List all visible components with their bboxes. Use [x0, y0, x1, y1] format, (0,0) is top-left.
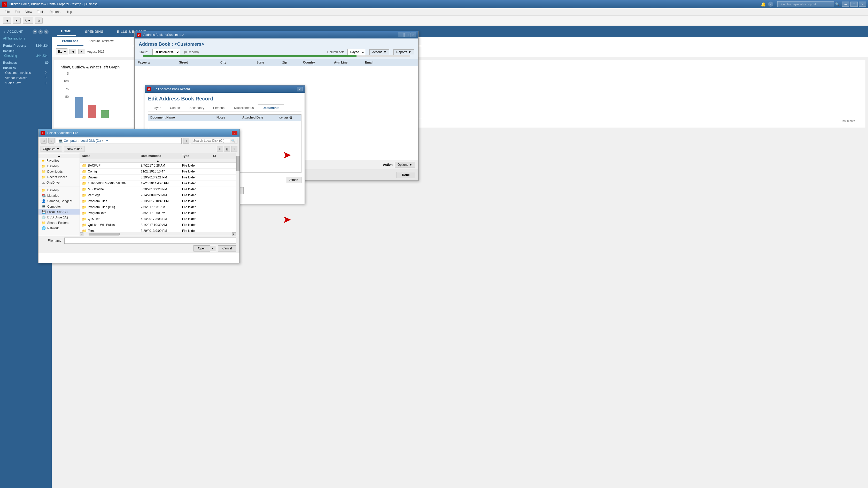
help-icon[interactable]: ?: [768, 2, 773, 7]
fd-hscroll-right[interactable]: ►: [232, 232, 236, 236]
fd-search-input[interactable]: [193, 139, 230, 142]
fd-sidebar-computer[interactable]: 💻 Computer: [38, 204, 80, 209]
refresh-button[interactable]: ↻▼: [23, 18, 33, 24]
fd-refresh-button[interactable]: ↕: [183, 138, 189, 143]
menu-help[interactable]: Help: [63, 9, 75, 15]
fd-sidebar-desktop2[interactable]: 📁 Desktop: [38, 188, 80, 193]
file-list-item[interactable]: 📁 PerfLogs 7/14/2009 8:50 AM File folder: [80, 192, 236, 198]
global-search-input[interactable]: [777, 1, 834, 7]
sidebar-vendor-invoices[interactable]: Vendor Invoices 0: [0, 75, 52, 80]
file-list-item[interactable]: 📁 BACKUP 8/7/2017 5:28 AM File folder: [80, 163, 236, 169]
fd-sidebar-network[interactable]: 🌐 Network: [38, 225, 80, 231]
file-list-item[interactable]: 📁 Quicken Win Builds 8/1/2017 10:39 AM F…: [80, 222, 236, 228]
fd-new-folder-button[interactable]: New folder: [64, 146, 85, 152]
fd-sidebar-libraries[interactable]: 📚 Libraries: [38, 193, 80, 198]
fd-cancel-button[interactable]: Cancel: [218, 245, 237, 252]
sidebar-all-transactions[interactable]: All Transactions: [0, 36, 52, 41]
fd-filename-input[interactable]: [64, 237, 237, 244]
file-list-item[interactable]: 📁 Drivers 3/29/2013 9:21 PM File folder: [80, 174, 236, 181]
period-forward-button[interactable]: ►: [78, 49, 85, 54]
fd-sidebar-shared-folders[interactable]: 📁 Shared Folders: [38, 220, 80, 225]
fd-path-dropdown[interactable]: [104, 139, 109, 143]
menu-tools[interactable]: Tools: [35, 9, 47, 15]
minimize-button[interactable]: —: [842, 2, 849, 7]
ab-options-button[interactable]: Options ▼: [395, 162, 415, 168]
fd-list-scroll-up[interactable]: ▲: [80, 159, 236, 163]
fd-sidebar-local-disk[interactable]: 💾 Local Disk (C:): [38, 209, 80, 215]
nav-spending[interactable]: SPENDING: [81, 28, 108, 36]
ab-minimize-button[interactable]: —: [398, 33, 404, 37]
settings-button[interactable]: ⚙: [35, 18, 43, 24]
menu-file[interactable]: File: [2, 9, 12, 15]
fd-vertical-scrollbar[interactable]: [236, 153, 240, 236]
sidebar-customer-invoices[interactable]: Customer Invoices 0: [0, 70, 52, 75]
fd-hscroll-left[interactable]: ◄: [80, 232, 84, 236]
fd-horizontal-scrollbar[interactable]: ◄ ►: [80, 232, 236, 236]
sidebar-banking-label: Banking: [0, 48, 52, 53]
edit-ab-titlebar: Q Edit Address Book Record ✕: [145, 86, 305, 93]
fd-sidebar-scroll-up[interactable]: ▲: [38, 154, 80, 158]
fd-details-view-button[interactable]: ▤: [224, 146, 230, 152]
file-list-item[interactable]: 📁 ProgramData 8/5/2017 9:50 PM File fold…: [80, 210, 236, 216]
tab-documents[interactable]: Documents: [258, 104, 284, 111]
close-button[interactable]: ✕: [859, 2, 866, 7]
fd-sidebar-downloads[interactable]: 📁 Downloads: [38, 169, 80, 174]
fd-sidebar-desktop[interactable]: 📁 Desktop: [38, 163, 80, 169]
fd-sidebar-onedrive[interactable]: ☁ OneDrive: [38, 180, 80, 185]
doc-action-gear-icon[interactable]: ⚙: [289, 116, 292, 120]
tab-miscellaneous[interactable]: Miscellaneous: [230, 104, 258, 111]
menu-reports[interactable]: Reports: [47, 9, 63, 15]
tab-profit-loss[interactable]: Profit/Loss: [57, 37, 84, 46]
fd-path-computer[interactable]: Computer: [64, 139, 78, 142]
file-list-item[interactable]: 📁 Program Files 9/13/2017 10:43 PM File …: [80, 198, 236, 204]
menu-view[interactable]: View: [23, 9, 35, 15]
period-selector[interactable]: B1: [56, 48, 67, 55]
ab-restore-button[interactable]: ❐: [404, 33, 410, 37]
tab-secondary[interactable]: Secondary: [185, 104, 209, 111]
fd-open-button[interactable]: Open: [193, 245, 210, 252]
tab-contact[interactable]: Contact: [165, 104, 185, 111]
sidebar-settings-icon[interactable]: ⚙: [44, 29, 49, 34]
tab-personal[interactable]: Personal: [209, 104, 230, 111]
sidebar-add-icon[interactable]: +: [38, 29, 43, 34]
folder-icon: 📁: [82, 163, 86, 168]
fd-help-button[interactable]: ?: [231, 146, 238, 152]
doc-col-date: Attached Date: [242, 116, 278, 120]
ab-group-select[interactable]: <Customers>: [152, 49, 180, 55]
file-list-item[interactable]: 📁 Temp 3/29/2013 9:00 PM File folder: [80, 228, 236, 232]
notification-icon[interactable]: 🔔: [761, 2, 766, 7]
fd-back-button[interactable]: ◄: [40, 138, 47, 143]
file-dialog-close-button[interactable]: ✕: [232, 131, 238, 135]
fd-sidebar-recent-places[interactable]: 📁 Recent Places: [38, 174, 80, 180]
menu-edit[interactable]: Edit: [12, 9, 23, 15]
back-button[interactable]: ◄: [3, 18, 11, 24]
fd-organize-button[interactable]: Organize ▼: [40, 146, 62, 152]
fd-sidebar-dvd-drive[interactable]: 💿 DVD Drive (D:): [38, 215, 80, 220]
attach-button[interactable]: Attach: [286, 177, 302, 183]
file-list-item[interactable]: 📁 f31b4dd0b874790b0586ff07 12/23/2014 4:…: [80, 181, 236, 187]
nav-home[interactable]: HOME: [57, 27, 76, 36]
ab-column-sets-select[interactable]: Payee: [347, 49, 365, 55]
sidebar-refresh-icon[interactable]: ↻: [33, 29, 37, 34]
file-list-item[interactable]: 📁 Program Files (x86) 7/5/2017 5:31 AM F…: [80, 204, 236, 210]
fd-list-view-button[interactable]: ≡: [217, 146, 223, 152]
forward-button[interactable]: ►: [13, 18, 21, 24]
fd-sidebar-saradha[interactable]: 👤 Saradha, Sangeet: [38, 198, 80, 204]
ab-actions-button[interactable]: Actions ▼: [369, 49, 389, 55]
fd-open-dropdown-button[interactable]: ▼: [210, 246, 216, 251]
sidebar-sales-tax[interactable]: *Sales Tax* 0: [0, 80, 52, 86]
fd-path-local-disk[interactable]: Local Disk (C:): [81, 139, 101, 142]
fd-forward-button[interactable]: ►: [48, 138, 55, 143]
ab-close-button[interactable]: ✕: [410, 33, 416, 37]
file-list-item[interactable]: 📁 Q15Files 6/14/2017 3:08 PM File folder: [80, 216, 236, 222]
file-list-item[interactable]: 📁 Config 11/23/2016 10:47 ... File folde…: [80, 169, 236, 174]
period-back-button[interactable]: ◄: [69, 49, 76, 54]
ab-reports-button[interactable]: Reports ▼: [394, 49, 414, 55]
tab-account-overview[interactable]: Account Overview: [84, 37, 119, 46]
ab-done-button[interactable]: Done: [397, 172, 415, 178]
edit-ab-close-button[interactable]: ✕: [297, 87, 303, 91]
file-list-item[interactable]: 📁 MSOCache 3/20/2013 9:28 PM File folder: [80, 187, 236, 192]
tab-payee[interactable]: Payee: [148, 104, 165, 111]
restore-button[interactable]: ❐: [850, 2, 858, 7]
sidebar-checking[interactable]: Checking 344,234: [0, 53, 52, 58]
